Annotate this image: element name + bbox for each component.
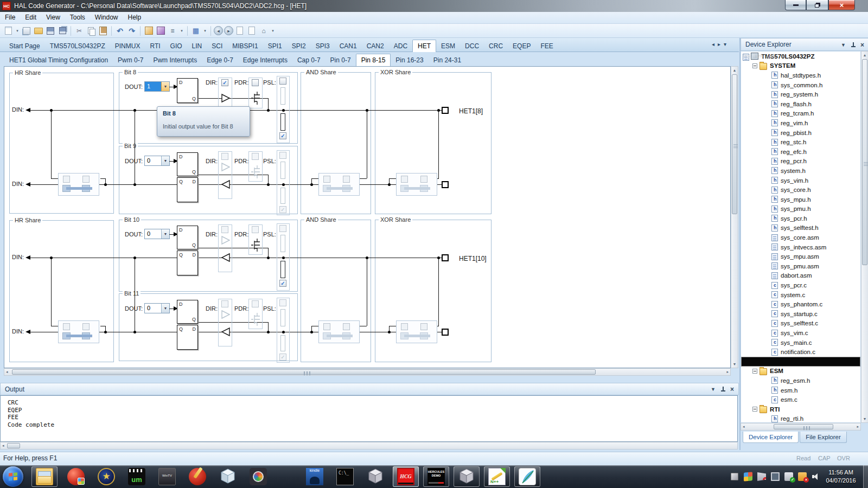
- tree-item[interactable]: sys_mpu.asm: [741, 252, 860, 261]
- psl-checkbox-bit10[interactable]: [279, 225, 286, 232]
- pdr-checkbox-bit10[interactable]: [252, 226, 259, 233]
- tree-item[interactable]: esm.h: [741, 386, 860, 395]
- xor-share-checkbox[interactable]: [401, 176, 408, 183]
- tree-item[interactable]: sys_common.h: [741, 80, 860, 90]
- dropdown-arrow-icon[interactable]: ▼: [161, 304, 169, 313]
- tab-tms570ls0432pz[interactable]: TMS570LS0432PZ: [45, 40, 110, 52]
- taskbar-file-explorer[interactable]: [31, 466, 58, 487]
- minimize-button[interactable]: [785, 0, 806, 10]
- new-file-icon[interactable]: [3, 25, 14, 36]
- tree-collapse-icon[interactable]: [752, 63, 757, 68]
- tab-spi3[interactable]: SPI3: [311, 40, 335, 52]
- tab-can1[interactable]: CAN1: [335, 40, 362, 52]
- tree-item[interactable]: sys_pmu.h: [741, 204, 860, 214]
- dir-checkbox-bit8[interactable]: [221, 79, 228, 86]
- show-desktop-button[interactable]: [863, 465, 868, 488]
- subtab-pwm-interrupts[interactable]: Pwm Interrupts: [148, 54, 202, 66]
- tray-flag-alert-icon[interactable]: ×: [757, 472, 766, 481]
- taskbar-camera-app[interactable]: [245, 466, 271, 487]
- paste-icon[interactable]: [98, 25, 108, 36]
- pdr-checkbox-bit8[interactable]: [252, 79, 259, 86]
- tab-can2[interactable]: CAN2: [362, 40, 389, 52]
- tree-item[interactable]: reg_stc.h: [741, 137, 860, 147]
- tree-item[interactable]: esm.c: [741, 395, 860, 404]
- tree-item[interactable]: hal_stdtypes.h: [741, 70, 860, 80]
- tree-item[interactable]: reg_vim.h: [741, 118, 860, 128]
- tab-lin[interactable]: LIN: [187, 40, 207, 52]
- add-project-icon[interactable]: [21, 25, 32, 36]
- output-scrollbar[interactable]: ◂: [0, 442, 738, 450]
- taskbar-feather-app[interactable]: [514, 466, 540, 487]
- tab-het[interactable]: HET: [412, 40, 436, 53]
- tree-item[interactable]: reg_rti.h: [741, 414, 860, 423]
- tree-item[interactable]: RTI: [741, 404, 860, 414]
- close-button[interactable]: ×: [828, 0, 855, 10]
- auto-hide-pin-icon[interactable]: [720, 387, 725, 393]
- tab-gio[interactable]: GIO: [165, 40, 187, 52]
- cut-icon[interactable]: ✂: [74, 25, 85, 36]
- tree-item[interactable]: sys_intvecs.asm: [741, 242, 860, 252]
- taskbar-cube-gray-1[interactable]: [362, 466, 388, 487]
- taskbar-hercules-demo[interactable]: HERCULES DEMO: [423, 466, 449, 487]
- list-icon[interactable]: ≡: [167, 25, 178, 36]
- tray-cube-icon[interactable]: [730, 472, 739, 481]
- tree-item[interactable]: sys_pcr.c: [741, 280, 860, 290]
- taskbar-clock[interactable]: 11:56 AM 04/07/2016: [821, 468, 860, 485]
- dir-checkbox-bit10[interactable]: [221, 226, 228, 233]
- tab-fee[interactable]: FEE: [535, 40, 558, 52]
- pdr-checkbox-bit11[interactable]: [252, 300, 259, 307]
- tree-item[interactable]: notification.c: [741, 347, 860, 357]
- tab-spi1[interactable]: SPI1: [263, 40, 287, 52]
- taskbar-hcg-active[interactable]: HCG: [393, 466, 419, 487]
- subtab-pin-8-15[interactable]: Pin 8-15: [356, 54, 391, 67]
- dout-select-bit9[interactable]: 0▼: [144, 156, 170, 166]
- page-up-icon[interactable]: [234, 25, 245, 36]
- subtab-pin-16-23[interactable]: Pin 16-23: [391, 54, 428, 66]
- psl-pull-checkbox-bit11[interactable]: [279, 354, 286, 361]
- tree-item[interactable]: dabort.asm: [741, 271, 860, 281]
- tab-pinmux[interactable]: PINMUX: [110, 40, 145, 52]
- taskbar-cube-gray-2[interactable]: [454, 466, 480, 487]
- tree-item[interactable]: sys_link.cmd: [741, 357, 860, 367]
- tray-network-icon[interactable]: [771, 472, 780, 481]
- taskbar-command-prompt[interactable]: C:\_: [332, 466, 358, 487]
- tree-item[interactable]: sys_main.c: [741, 338, 860, 348]
- close-panel-icon[interactable]: ×: [730, 386, 734, 393]
- psl-checkbox-bit9[interactable]: [279, 152, 286, 159]
- subtab-pin-24-31[interactable]: Pin 24-31: [429, 54, 466, 66]
- subtab-pin-0-7[interactable]: Pin 0-7: [326, 54, 356, 66]
- tree-vertical-scrollbar[interactable]: ▲ ▼: [861, 51, 868, 423]
- copy-icon[interactable]: [86, 25, 97, 36]
- taskbar-star-app[interactable]: ★: [93, 466, 119, 487]
- tree-item[interactable]: sys_startup.c: [741, 309, 860, 319]
- tree-item[interactable]: system.h: [741, 166, 860, 176]
- search-icon[interactable]: [143, 25, 154, 36]
- subtab-pwm-0-7[interactable]: Pwm 0-7: [113, 54, 148, 66]
- window-position-icon[interactable]: ▼: [711, 387, 716, 392]
- redo-icon[interactable]: ↷: [126, 25, 137, 36]
- tab-crc[interactable]: CRC: [484, 40, 508, 52]
- tree-item[interactable]: sys_vim.c: [741, 328, 860, 338]
- tab-start-page[interactable]: Start Page: [4, 40, 45, 52]
- subtab-edge-0-7[interactable]: Edge 0-7: [202, 54, 238, 66]
- dir-checkbox-bit9[interactable]: [221, 153, 228, 160]
- undo-icon[interactable]: ↶: [114, 25, 125, 36]
- generate-code-icon[interactable]: ▦: [190, 25, 201, 36]
- tree-item[interactable]: sys_pcr.h: [741, 214, 860, 223]
- hr-share-checkbox[interactable]: [63, 176, 70, 183]
- psl-pull-checkbox-bit9[interactable]: [279, 206, 286, 213]
- nav-forward-icon[interactable]: ▸: [224, 26, 233, 35]
- tab-mibspi1[interactable]: MIBSPI1: [227, 40, 263, 52]
- menu-item[interactable]: Edit: [20, 12, 41, 23]
- subtab-het1-global-timing[interactable]: HET1 Global Timing Configuration: [4, 54, 113, 66]
- menu-item[interactable]: Tools: [65, 12, 90, 23]
- hr-share-checkbox[interactable]: [82, 176, 90, 183]
- psl-pull-checkbox-bit8[interactable]: [279, 132, 286, 139]
- dropdown-arrow-icon[interactable]: ▼: [161, 156, 169, 165]
- tray-usb-icon[interactable]: ✓: [784, 472, 793, 481]
- dout-select-bit8[interactable]: 1▼: [144, 81, 170, 92]
- start-button[interactable]: [3, 466, 23, 487]
- and-share-checkbox[interactable]: [343, 176, 350, 183]
- tab-esm[interactable]: ESM: [436, 40, 460, 52]
- taskbar-antivirus[interactable]: [63, 466, 89, 487]
